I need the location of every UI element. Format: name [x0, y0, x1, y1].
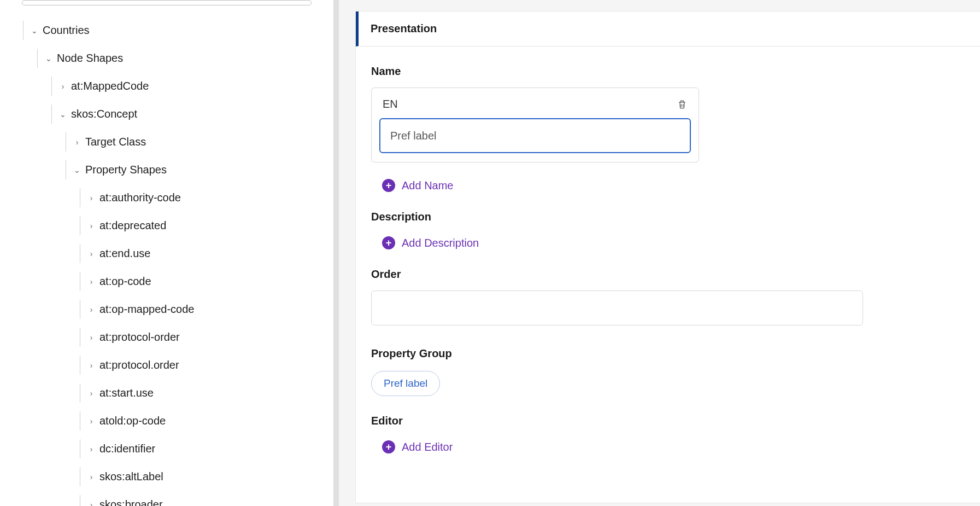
add-editor-label: Add Editor — [402, 441, 453, 453]
tree-label: Node Shapes — [56, 52, 123, 65]
tree-label: skos:Concept — [70, 108, 137, 120]
tree-label: Countries — [42, 24, 90, 37]
chevron-down-icon[interactable]: ⌄ — [31, 26, 42, 35]
tree-label: at:op-code — [98, 275, 151, 288]
plus-icon: + — [382, 440, 395, 453]
tree-label: at:protocol-order — [98, 331, 180, 344]
add-editor-button[interactable]: + Add Editor — [371, 437, 453, 458]
chevron-right-icon[interactable]: › — [73, 138, 84, 147]
chevron-right-icon[interactable]: › — [87, 277, 98, 286]
chevron-right-icon[interactable]: › — [87, 361, 98, 370]
add-name-button[interactable]: + Add Name — [371, 176, 454, 196]
tree-node-property[interactable]: ›atold:op-code — [16, 407, 322, 435]
editor-label: Editor — [371, 415, 968, 427]
chevron-right-icon[interactable]: › — [87, 194, 98, 202]
tree-node-property[interactable]: ›dc:identifier — [16, 435, 322, 463]
tree-node-property[interactable]: ›at:end.use — [16, 240, 322, 267]
tree-label: at:start.use — [98, 387, 154, 399]
tree-node-property[interactable]: ›at:start.use — [16, 379, 322, 407]
chevron-right-icon[interactable]: › — [87, 222, 98, 230]
tree-label: dc:identifier — [98, 443, 155, 455]
trash-icon[interactable] — [677, 98, 688, 110]
tree-node-target-class[interactable]: › Target Class — [16, 128, 322, 156]
order-input[interactable] — [371, 290, 863, 325]
nav-tree: ⌄ Countries ⌄ Node Shapes › at:MappedCod… — [16, 16, 322, 506]
tree-node-property-shapes[interactable]: ⌄ Property Shapes — [16, 156, 322, 184]
chevron-right-icon[interactable]: › — [87, 473, 98, 481]
name-lang-card: EN — [371, 88, 699, 162]
tree-label: skos:broader — [98, 498, 163, 506]
tree-label: at:deprecated — [98, 219, 166, 232]
name-lang-tag: EN — [383, 98, 398, 110]
chevron-right-icon[interactable]: › — [87, 389, 98, 398]
tree-node-property[interactable]: ›at:protocol.order — [16, 351, 322, 379]
presentation-panel: Presentation Name EN + Add Name — [355, 11, 980, 503]
tree-label: at:end.use — [98, 247, 150, 260]
tree-node-property[interactable]: ›skos:altLabel — [16, 463, 322, 491]
chevron-right-icon[interactable]: › — [59, 82, 70, 91]
tree-label: at:protocol.order — [98, 359, 179, 371]
name-input[interactable] — [379, 118, 691, 153]
property-group-chip-label: Pref label — [384, 377, 427, 389]
panel-title: Presentation — [371, 22, 437, 35]
name-label: Name — [371, 65, 968, 78]
chevron-right-icon[interactable]: › — [87, 501, 98, 507]
plus-icon: + — [382, 179, 395, 192]
chevron-right-icon[interactable]: › — [87, 249, 98, 258]
tree-node-property[interactable]: ›at:protocol-order — [16, 323, 322, 351]
property-group-chip[interactable]: Pref label — [371, 371, 440, 396]
add-name-label: Add Name — [402, 179, 454, 192]
tree-label: at:op-mapped-code — [98, 303, 194, 316]
chevron-right-icon[interactable]: › — [87, 417, 98, 426]
tree-node-skos-concept[interactable]: ⌄ skos:Concept — [16, 100, 322, 128]
tree-label: at:authority-code — [98, 191, 181, 204]
panel-header: Presentation — [356, 11, 980, 46]
tree-node-property[interactable]: ›at:op-mapped-code — [16, 295, 322, 323]
tree-node-mapped-code[interactable]: › at:MappedCode — [16, 72, 322, 100]
tree-node-property[interactable]: ›at:op-code — [16, 267, 322, 295]
tree-label: skos:altLabel — [98, 470, 163, 483]
chevron-right-icon[interactable]: › — [87, 305, 98, 314]
sidebar: ⌄ Countries ⌄ Node Shapes › at:MappedCod… — [0, 0, 339, 506]
description-label: Description — [371, 211, 968, 223]
main-content: Presentation Name EN + Add Name — [339, 0, 980, 506]
tree-node-property[interactable]: ›at:authority-code — [16, 184, 322, 212]
chevron-down-icon[interactable]: ⌄ — [45, 54, 56, 63]
chevron-down-icon[interactable]: ⌄ — [73, 166, 84, 175]
search-input[interactable] — [22, 0, 312, 5]
tree-node-countries[interactable]: ⌄ Countries — [16, 16, 322, 44]
tree-node-property[interactable]: ›skos:broader — [16, 491, 322, 506]
chevron-right-icon[interactable]: › — [87, 445, 98, 453]
tree-label: at:MappedCode — [70, 80, 149, 92]
property-group-label: Property Group — [371, 347, 968, 360]
chevron-down-icon[interactable]: ⌄ — [59, 110, 70, 119]
tree-node-property[interactable]: ›at:deprecated — [16, 212, 322, 240]
tree-label: Target Class — [84, 136, 146, 148]
add-description-label: Add Description — [402, 237, 479, 249]
tree-node-node-shapes[interactable]: ⌄ Node Shapes — [16, 44, 322, 72]
chevron-right-icon[interactable]: › — [87, 333, 98, 342]
add-description-button[interactable]: + Add Description — [371, 233, 479, 254]
tree-label: atold:op-code — [98, 415, 166, 427]
order-label: Order — [371, 268, 968, 281]
plus-icon: + — [382, 236, 395, 249]
tree-label: Property Shapes — [84, 164, 167, 176]
